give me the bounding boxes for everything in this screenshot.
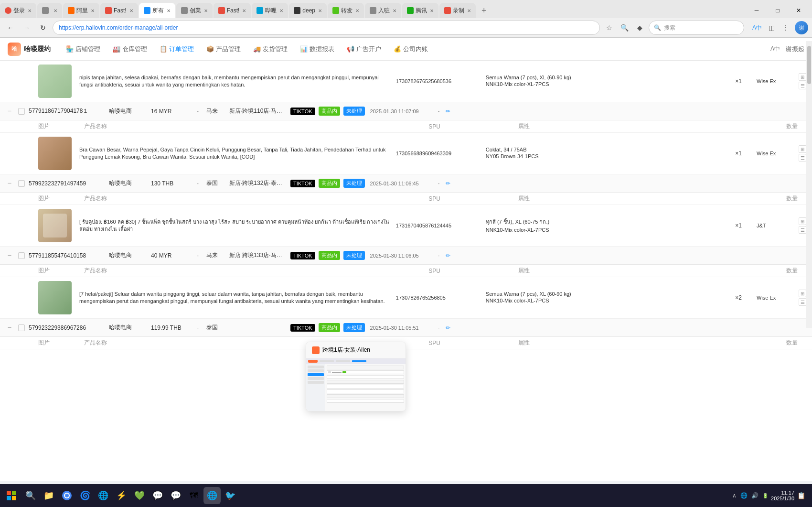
tab-startup[interactable]: 创業 ✕ <box>176 3 213 18</box>
settings-icon[interactable]: ⋮ <box>780 22 792 34</box>
extensions-icon[interactable]: ◆ <box>633 22 646 34</box>
order-2-checkbox[interactable] <box>18 180 25 187</box>
nav-order-manage[interactable]: 📋 订单管理 <box>154 42 200 56</box>
order-4-edit-icon[interactable]: ✏ <box>446 324 450 331</box>
order-1-collapse[interactable]: － <box>6 106 13 116</box>
bookmark-star-icon[interactable]: ☆ <box>603 22 615 34</box>
tab-close-fast2[interactable]: ✕ <box>242 8 246 13</box>
order-4-id: 579923229386967286 <box>29 324 105 331</box>
taskbar-chat-button[interactable]: 💬 <box>167 487 184 504</box>
tab-bilibili[interactable]: 哔哩 ✕ <box>252 3 288 18</box>
taskbar-search-button[interactable]: 🔍 <box>22 487 39 504</box>
order-2-edit-icon[interactable]: ✏ <box>446 180 450 187</box>
top-product-action-1[interactable]: ⊞ <box>799 73 806 81</box>
scrollbar[interactable] <box>806 41 812 328</box>
order-1-checkbox[interactable] <box>18 108 25 115</box>
tab-deep[interactable]: deep ✕ <box>289 3 327 18</box>
scroll-thumb[interactable] <box>807 46 811 84</box>
tab-close-forward[interactable]: ✕ <box>355 8 359 13</box>
taskbar-wolf-button[interactable]: 🌀 <box>76 487 94 504</box>
tab-record[interactable]: 录制 ✕ <box>439 3 476 18</box>
tab-close-startup[interactable]: ✕ <box>204 8 208 13</box>
taskbar-wechat-button[interactable]: 💬 <box>149 487 166 504</box>
minimize-button[interactable]: ─ <box>747 3 766 18</box>
taskbar-expand-icon[interactable]: ∧ <box>731 491 737 500</box>
tab-forward[interactable]: 转发 ✕ <box>328 3 364 18</box>
order-3-checkbox[interactable] <box>18 252 25 259</box>
order-1-action-2[interactable]: ☰ <box>799 154 806 162</box>
taskbar-notification-icon[interactable]: 📋 <box>796 491 806 500</box>
profile-avatar[interactable]: 谢 <box>795 21 808 34</box>
maximize-button[interactable]: □ <box>768 3 787 18</box>
taskbar-clock[interactable]: 11:17 2025/1/30 <box>771 490 794 501</box>
nav-warehouse-manage[interactable]: 🏭 仓库管理 <box>107 42 153 56</box>
back-button[interactable]: ← <box>4 21 17 34</box>
tab-close-all-orders[interactable]: ✕ <box>167 8 171 13</box>
nav-ad-account[interactable]: 📢 广告开户 <box>341 42 387 56</box>
order-3-product-img <box>38 281 72 314</box>
taskbar-map-button[interactable]: 🗺 <box>185 487 203 504</box>
order-2-action-2[interactable]: ☰ <box>799 226 806 234</box>
tab-close-bilibili[interactable]: ✕ <box>279 8 283 13</box>
order-3-action-2[interactable]: ☰ <box>799 298 806 306</box>
order-1-edit-icon[interactable]: ✏ <box>446 108 450 115</box>
tab-enter[interactable]: 入驻 ✕ <box>365 3 401 18</box>
nav-data-report[interactable]: 📊 数据报表 <box>294 42 340 56</box>
taskbar-network-icon[interactable]: 🌐 <box>739 491 748 500</box>
tab-login[interactable]: 登录 ✕ <box>0 3 36 18</box>
taskbar-green-button[interactable]: 💚 <box>131 487 148 504</box>
order-3-action-1[interactable]: ⊞ <box>799 290 806 297</box>
tab-search-icon[interactable]: 🔍 <box>618 22 630 34</box>
order-3-edit-icon[interactable]: ✏ <box>446 252 450 259</box>
tab-all-orders[interactable]: 所有 ✕ <box>139 3 175 18</box>
forward-button[interactable]: → <box>20 21 33 34</box>
start-button[interactable] <box>2 486 21 505</box>
tab-close-deep[interactable]: ✕ <box>318 8 322 13</box>
order-3-collapse[interactable]: － <box>6 250 13 260</box>
header-right: A中 谢振起 <box>769 43 804 56</box>
tab-close-enter[interactable]: ✕ <box>393 8 396 13</box>
taskbar-explorer-button[interactable]: 📁 <box>40 487 57 504</box>
tab-close-record[interactable]: ✕ <box>467 8 471 13</box>
tab-close-blank[interactable]: ✕ <box>53 8 57 13</box>
tab-close-fast1[interactable]: ✕ <box>129 8 133 13</box>
tab-ali[interactable]: 阿里 ✕ <box>63 3 99 18</box>
translate-button[interactable]: A中 <box>769 43 782 56</box>
taskbar: 🔍 📁 🌀 🌐 ⚡ 💚 💬 💬 🗺 🌐 🐦 ∧ 🌐 🔊 🔋 11:17 2025… <box>0 484 812 507</box>
tab-tencent-label: 腾讯 <box>416 7 427 15</box>
taskbar-bird-button[interactable]: 🐦 <box>222 487 239 504</box>
top-product-action-2[interactable]: ☰ <box>799 82 806 89</box>
taskbar-active-app[interactable]: 🌐 <box>203 487 221 504</box>
order-1-action-1[interactable]: ⊞ <box>799 145 806 153</box>
reload-button[interactable]: ↻ <box>36 21 50 34</box>
tab-fast1[interactable]: Fast! ✕ <box>100 3 138 18</box>
nav-shop-manage[interactable]: 🏪 店铺管理 <box>60 42 106 56</box>
taskbar-edge-button[interactable]: 🌐 <box>95 487 112 504</box>
order-2-action-1[interactable]: ⊞ <box>799 217 806 225</box>
taskbar-battery-icon[interactable]: 🔋 <box>761 492 769 499</box>
new-tab-button[interactable]: + <box>477 6 491 16</box>
nav-product-manage[interactable]: 📦 产品管理 <box>201 42 246 56</box>
taskbar-speaker-icon[interactable]: 🔊 <box>750 491 759 500</box>
order-4-checkbox[interactable] <box>18 324 25 331</box>
tab-tencent[interactable]: 腾讯 ✕ <box>402 3 438 18</box>
nav-company-account[interactable]: 💰 公司内账 <box>388 42 434 56</box>
tab-close-ali[interactable]: ✕ <box>91 8 95 13</box>
taskbar-spark-button[interactable]: ⚡ <box>113 487 130 504</box>
order-4-collapse[interactable]: － <box>6 323 13 333</box>
search-bar[interactable]: 🔍 搜索 <box>649 21 744 35</box>
tab-close-tencent[interactable]: ✕ <box>430 8 434 13</box>
close-button[interactable]: ✕ <box>789 3 808 18</box>
tab-close-login[interactable]: ✕ <box>28 8 32 13</box>
taskbar-chrome-button[interactable] <box>58 487 75 504</box>
col-attr-label: 属性 <box>518 122 774 130</box>
order-2-product-attr: ทุกสี (7 ชิ้น), XL (60-75 กก.) NNK10-Mix… <box>486 217 720 234</box>
extensions-menu-icon[interactable]: ◫ <box>765 22 778 34</box>
order-2-collapse[interactable]: － <box>6 178 13 188</box>
url-bar[interactable]: https://erp.hallovin.com/order-manage/al… <box>53 21 600 35</box>
translate-icon[interactable]: A中 <box>751 22 763 34</box>
nav-shipping-manage[interactable]: 🚚 发货管理 <box>247 42 293 56</box>
tab-blank[interactable]: ✕ <box>37 3 62 18</box>
tab-fast2[interactable]: Fast! ✕ <box>214 3 251 18</box>
tooltip-preview <box>306 358 406 411</box>
